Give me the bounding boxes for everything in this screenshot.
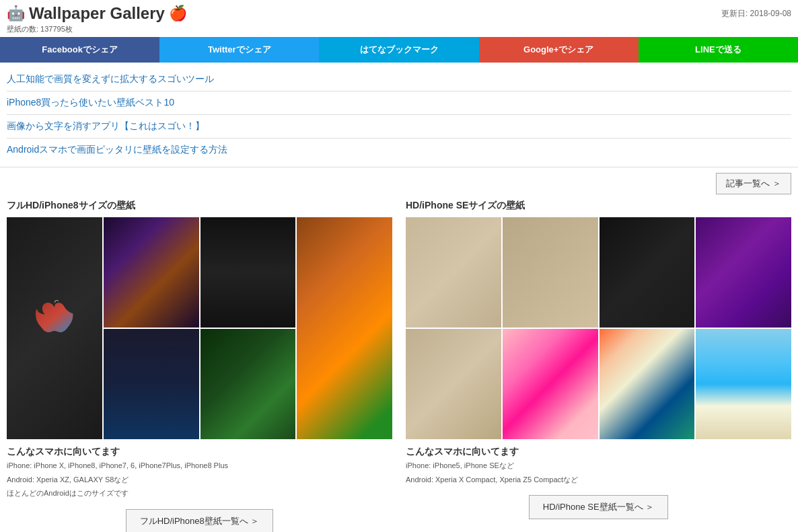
right-view-all-container: HD/iPhone SE壁紙一覧へ ＞ <box>406 495 791 519</box>
right-wallpaper-grid <box>406 217 791 439</box>
link-item: Androidスマホで画面ピッタリに壁紙を設定する方法 <box>7 139 791 161</box>
wallpaper-item[interactable] <box>600 217 695 328</box>
wallpaper-item[interactable] <box>600 329 695 439</box>
left-view-all-button[interactable]: フルHD/iPhone8壁紙一覧へ ＞ <box>126 509 274 532</box>
left-device-info-line-1: iPhone: iPhone X, iPhone8, iPhone7, 6, i… <box>7 460 392 472</box>
updated-date: 更新日: 2018-09-08 <box>721 8 791 20</box>
article-link-3[interactable]: 画像から文字を消すアプリ【これはスゴい！】 <box>7 120 205 131</box>
wallpaper-item[interactable] <box>7 217 102 439</box>
header: 🤖 Wallpaper Gallery 🍎 更新日: 2018-09-08 <box>0 0 798 24</box>
wallpaper-item[interactable] <box>696 217 791 328</box>
wallpaper-item[interactable] <box>406 217 501 328</box>
left-device-info-line-3: ほとんどのAndroidはこのサイズです <box>7 488 392 500</box>
wallpaper-item[interactable] <box>104 329 199 439</box>
twitter-share-button[interactable]: Twitterでシェア <box>159 37 319 63</box>
android-icon: 🤖 <box>7 5 25 22</box>
facebook-share-button[interactable]: Facebookでシェア <box>0 37 159 63</box>
left-gallery-title: フルHD/iPhone8サイズの壁紙 <box>7 200 392 212</box>
article-link-4[interactable]: Androidスマホで画面ピッタリに壁紙を設定する方法 <box>7 144 227 155</box>
right-gallery-section: HD/iPhone SEサイズの壁紙 こんなスマホに向いてます iPhone: … <box>406 200 791 532</box>
link-item: 画像から文字を消すアプリ【これはスゴい！】 <box>7 115 791 139</box>
right-device-info-title: こんなスマホに向いてます <box>406 446 791 458</box>
left-device-info-title: こんなスマホに向いてます <box>7 446 392 458</box>
wallpaper-item[interactable] <box>696 329 791 439</box>
right-device-info-line-2: Android: Xperia X Compact, Xperia Z5 Com… <box>406 474 791 486</box>
share-bar: Facebookでシェア Twitterでシェア はてなブックマーク Googl… <box>0 37 798 63</box>
left-view-all-container: フルHD/iPhone8壁紙一覧へ ＞ <box>7 509 392 532</box>
hatena-bookmark-button[interactable]: はてなブックマーク <box>319 37 478 63</box>
right-view-all-button[interactable]: HD/iPhone SE壁紙一覧へ ＞ <box>529 495 668 519</box>
google-plus-share-button[interactable]: Google+でシェア <box>479 37 639 63</box>
left-device-info-line-2: Android: Xperia XZ, GALAXY S8など <box>7 474 392 486</box>
article-link-2[interactable]: iPhone8買ったら使いたい壁紙ベスト10 <box>7 97 174 108</box>
left-device-info: こんなスマホに向いてます iPhone: iPhone X, iPhone8, … <box>7 446 392 500</box>
article-list-button[interactable]: 記事一覧へ ＞ <box>716 173 791 194</box>
wallpaper-item[interactable] <box>406 329 501 439</box>
apple-decoration-icon: 🍎 <box>169 5 187 22</box>
article-list-container: 記事一覧へ ＞ <box>0 167 798 200</box>
gallery-container: フルHD/iPhone8サイズの壁紙 こんなスマホ <box>0 200 798 532</box>
logo-area: 🤖 Wallpaper Gallery 🍎 <box>7 4 187 23</box>
left-wallpaper-grid <box>7 217 392 439</box>
link-item: iPhone8買ったら使いたい壁紙ベスト10 <box>7 91 791 115</box>
right-device-info-line-1: iPhone: iPhone5, iPhone SEなど <box>406 460 791 472</box>
links-section: 人工知能で画質を変えずに拡大するスゴいツール iPhone8買ったら使いたい壁紙… <box>0 63 798 167</box>
right-gallery-title: HD/iPhone SEサイズの壁紙 <box>406 200 791 212</box>
article-link-1[interactable]: 人工知能で画質を変えずに拡大するスゴいツール <box>7 73 214 84</box>
link-item: 人工知能で画質を変えずに拡大するスゴいツール <box>7 68 791 91</box>
wallpaper-item[interactable] <box>201 329 296 439</box>
wallpaper-item[interactable] <box>503 329 598 439</box>
right-device-info: こんなスマホに向いてます iPhone: iPhone5, iPhone SEな… <box>406 446 791 486</box>
site-title: Wallpaper Gallery <box>29 4 165 23</box>
line-share-button[interactable]: LINEで送る <box>639 37 798 63</box>
wallpaper-item[interactable] <box>297 217 392 439</box>
wallpaper-count: 壁紙の数: 137795枚 <box>0 24 798 37</box>
wallpaper-item[interactable] <box>201 217 296 328</box>
wallpaper-item[interactable] <box>104 217 199 328</box>
wallpaper-item[interactable] <box>503 217 598 328</box>
left-gallery-section: フルHD/iPhone8サイズの壁紙 こんなスマホ <box>7 200 392 532</box>
